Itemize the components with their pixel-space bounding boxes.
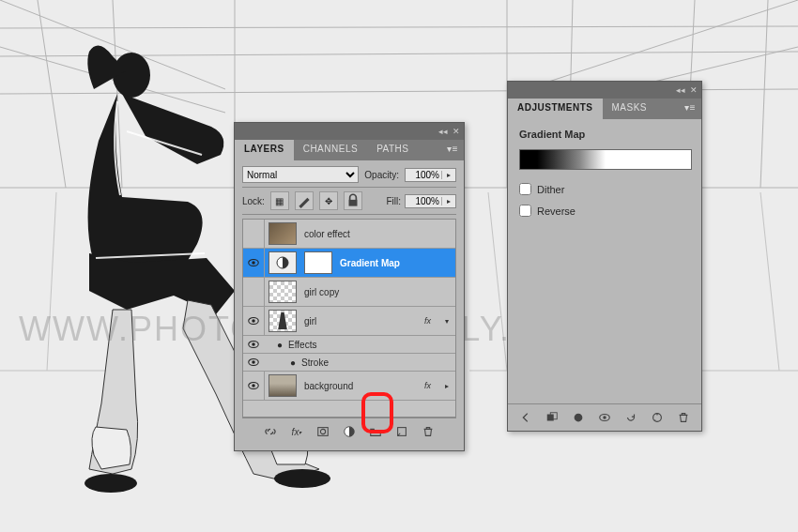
group-icon[interactable]	[367, 424, 384, 439]
svg-point-33	[252, 342, 255, 346]
tab-layers[interactable]: LAYERS	[235, 140, 294, 160]
effect-name: Stroke	[301, 357, 329, 368]
tab-adjustments[interactable]: ADJUSTMENTS	[508, 99, 603, 119]
tab-masks[interactable]: MASKS	[603, 99, 657, 119]
lock-label: Lock:	[242, 196, 265, 206]
svg-point-46	[603, 416, 606, 419]
view-previous-icon[interactable]	[596, 410, 613, 425]
delete-icon[interactable]	[420, 424, 437, 439]
visibility-toggle[interactable]	[243, 372, 265, 400]
layer-thumb[interactable]	[269, 222, 297, 245]
panel-titlebar[interactable]: ◂◂ ✕	[235, 123, 464, 140]
visibility-toggle[interactable]	[243, 336, 264, 353]
adjustments-footer	[508, 403, 701, 431]
layer-name[interactable]: background	[304, 381, 424, 391]
svg-point-25	[274, 469, 330, 488]
svg-point-44	[575, 414, 583, 422]
mask-thumb[interactable]	[304, 251, 332, 274]
fill-input[interactable]: ▸	[405, 194, 456, 208]
panel-tabs: ADJUSTMENTS MASKS ▾≡	[508, 99, 701, 119]
collapse-icon[interactable]: ◂◂	[676, 85, 685, 95]
visibility-toggle[interactable]	[243, 220, 265, 248]
visibility-toggle[interactable]	[243, 307, 265, 335]
panel-menu-icon[interactable]: ▾≡	[441, 140, 464, 160]
layer-name[interactable]: Gradient Map	[340, 258, 455, 268]
close-icon[interactable]: ✕	[452, 127, 461, 136]
panel-tabs: LAYERS CHANNELS PATHS ▾≡	[235, 140, 464, 160]
fx-collapse-icon[interactable]: ▾	[442, 317, 452, 326]
layers-footer: fx▾	[242, 418, 456, 445]
layer-row[interactable]: background fx▸	[243, 372, 455, 401]
expand-view-icon[interactable]	[544, 410, 560, 425]
layer-mask-icon[interactable]	[315, 424, 331, 439]
reset-icon[interactable]	[622, 410, 639, 425]
layer-list: color effect Gradient Map girl copy girl…	[242, 219, 456, 418]
reverse-checkbox[interactable]: Reverse	[519, 205, 690, 217]
dither-label: Dither	[537, 184, 564, 195]
layer-row[interactable]: girl fx▾	[243, 307, 455, 336]
svg-point-24	[84, 474, 137, 493]
tab-paths[interactable]: PATHS	[367, 140, 418, 160]
layer-name[interactable]: girl copy	[304, 287, 455, 297]
panel-titlebar[interactable]: ◂◂ ✕	[508, 82, 701, 99]
delete-icon[interactable]	[675, 410, 692, 425]
visibility-toggle[interactable]	[243, 249, 265, 277]
layer-name[interactable]: girl	[304, 316, 424, 327]
visibility-toggle[interactable]	[243, 354, 264, 371]
lock-position-icon[interactable]: ✥	[319, 191, 338, 210]
layer-name[interactable]: color effect	[304, 229, 455, 239]
back-icon[interactable]	[517, 410, 534, 425]
layer-thumb[interactable]	[269, 374, 297, 397]
layer-row[interactable]: color effect	[243, 220, 455, 249]
panel-menu-icon[interactable]: ▾≡	[679, 99, 701, 119]
reset-defaults-icon[interactable]	[649, 410, 666, 425]
reverse-label: Reverse	[537, 205, 575, 217]
opacity-label: Opacity:	[364, 170, 399, 180]
link-layers-icon[interactable]	[262, 424, 279, 439]
layer-style-icon[interactable]: fx▾	[288, 424, 305, 439]
svg-point-39	[320, 429, 325, 433]
svg-point-35	[252, 360, 255, 364]
svg-point-37	[252, 384, 255, 388]
lock-transparent-icon[interactable]: ▦	[270, 191, 289, 210]
lock-pixels-icon[interactable]	[295, 191, 314, 210]
effect-stroke-row[interactable]: ●Stroke	[243, 354, 455, 372]
lock-all-icon[interactable]	[344, 191, 362, 210]
collapse-icon[interactable]: ◂◂	[438, 127, 448, 136]
svg-rect-26	[348, 200, 357, 206]
effects-row[interactable]: ●Effects	[243, 336, 455, 354]
svg-point-31	[252, 319, 255, 323]
new-layer-icon[interactable]	[393, 424, 410, 439]
dither-checkbox[interactable]: Dither	[519, 183, 690, 195]
layer-thumb[interactable]	[269, 310, 297, 332]
blend-mode-select[interactable]: Normal	[242, 166, 359, 183]
fx-badge[interactable]: fx	[424, 381, 431, 390]
fx-collapse-icon[interactable]: ▸	[442, 382, 452, 390]
fill-label: Fill:	[386, 196, 401, 206]
fx-badge[interactable]: fx	[424, 316, 431, 326]
clip-icon[interactable]	[570, 410, 587, 425]
adjustment-title: Gradient Map	[519, 129, 690, 140]
effects-label: Effects	[288, 340, 316, 350]
layer-row[interactable]: girl copy	[243, 278, 455, 307]
svg-point-28	[252, 261, 255, 265]
adjustment-icon[interactable]	[269, 251, 297, 274]
gradient-preview[interactable]	[519, 149, 692, 170]
adjustments-panel: ◂◂ ✕ ADJUSTMENTS MASKS ▾≡ Gradient Map D…	[507, 81, 702, 432]
close-icon[interactable]: ✕	[689, 85, 698, 95]
tab-channels[interactable]: CHANNELS	[294, 140, 367, 160]
layers-panel: ◂◂ ✕ LAYERS CHANNELS PATHS ▾≡ Normal Opa…	[234, 122, 465, 451]
adjustment-layer-icon[interactable]	[341, 424, 358, 439]
layer-row-selected[interactable]: Gradient Map	[243, 249, 455, 278]
opacity-input[interactable]: ▸	[405, 168, 456, 182]
layer-thumb[interactable]	[269, 281, 297, 303]
visibility-toggle[interactable]	[243, 278, 265, 306]
